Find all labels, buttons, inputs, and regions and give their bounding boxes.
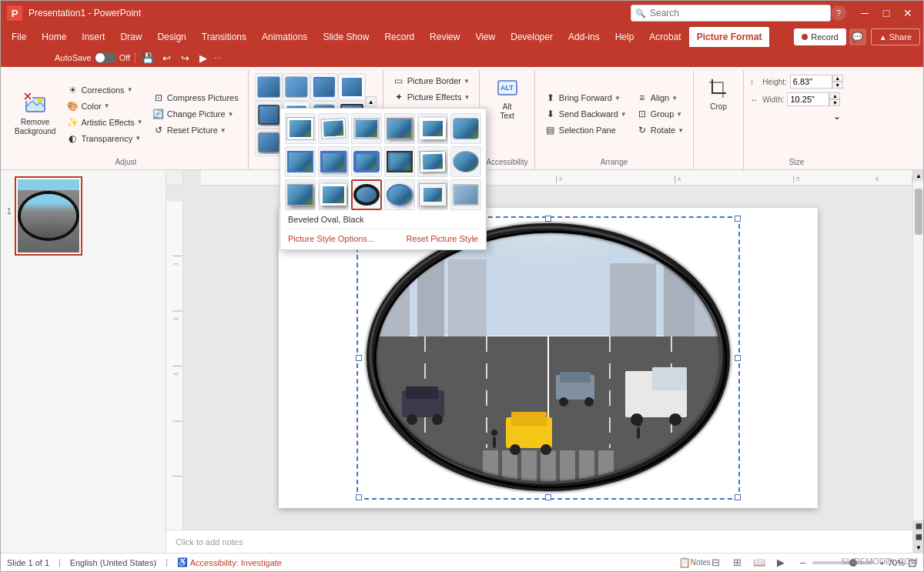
compress-pictures-button[interactable]: ⊡ Compress Pictures [149, 90, 242, 105]
color-button[interactable]: 🎨 Color ▼ [63, 99, 146, 114]
picture-style-options[interactable]: Picture Style Options... [285, 232, 377, 245]
scroll-expand-btn[interactable]: ⬛ [913, 520, 923, 531]
styles-scroll-up[interactable]: ▲ [366, 96, 377, 107]
alt-text-button[interactable]: ALT AltText [489, 73, 526, 124]
style-drop-3[interactable] [351, 113, 382, 144]
style-item-3[interactable] [310, 73, 338, 101]
maximize-button[interactable]: □ [877, 4, 896, 22]
send-backward-button[interactable]: ⬇ Send Backward ▼ [541, 106, 630, 122]
notes-area[interactable]: Click to add notes [166, 530, 912, 553]
style-drop-12[interactable] [450, 146, 481, 177]
slideshow-btn[interactable]: ▶ [772, 555, 789, 570]
width-input[interactable] [787, 92, 829, 106]
menu-help[interactable]: Help [608, 27, 642, 47]
picture-border-button[interactable]: ▭ Picture Border ▼ [390, 73, 474, 89]
style-drop-11[interactable] [417, 146, 448, 177]
handle-s[interactable] [545, 494, 551, 500]
height-down-btn[interactable]: ▼ [832, 82, 843, 89]
save-button[interactable]: 💾 [140, 50, 156, 65]
scroll-thumb[interactable] [915, 189, 922, 235]
scroll-up-btn[interactable]: ▲ [913, 170, 923, 181]
minimize-button[interactable]: ─ [855, 4, 874, 22]
redo-button[interactable]: ↪ [177, 50, 192, 65]
group-button[interactable]: ⊡ Group ▼ [633, 106, 687, 122]
style-drop-16[interactable] [384, 179, 415, 210]
menu-record[interactable]: Record [377, 27, 422, 47]
menu-animations[interactable]: Animations [254, 27, 315, 47]
undo-button[interactable]: ↩ [159, 50, 174, 65]
handle-ne[interactable] [735, 216, 741, 222]
style-item-5[interactable] [255, 101, 283, 129]
slide-thumbnail[interactable] [15, 176, 82, 256]
style-drop-1[interactable] [285, 113, 316, 144]
menu-file[interactable]: File [4, 27, 34, 47]
menu-view[interactable]: View [467, 27, 503, 47]
reset-picture-style[interactable]: Reset Picture Style [403, 232, 481, 245]
rotate-button[interactable]: ↻ Rotate ▼ [633, 122, 687, 138]
reading-view-btn[interactable]: 📖 [751, 555, 768, 570]
width-up-btn[interactable]: ▲ [829, 92, 840, 99]
scroll-down-btn[interactable]: ▼ [913, 542, 923, 553]
style-item-2[interactable] [283, 73, 310, 101]
handle-e[interactable] [735, 355, 741, 361]
menu-transitions[interactable]: Transitions [194, 27, 254, 47]
style-drop-14[interactable] [318, 179, 349, 210]
style-drop-9[interactable] [351, 146, 382, 177]
picture-effects-button[interactable]: ✦ Picture Effects ▼ [390, 89, 474, 105]
zoom-out-btn[interactable]: ─ [800, 558, 806, 567]
record-button[interactable]: Record [794, 28, 845, 45]
crop-button[interactable]: Crop [700, 73, 737, 115]
height-input[interactable] [790, 75, 832, 89]
scroll-track[interactable] [913, 181, 923, 520]
menu-developer[interactable]: Developer [503, 27, 561, 47]
scroll-contract-btn[interactable]: ⬛ [913, 531, 923, 542]
autosave-toggle[interactable] [95, 52, 116, 63]
align-button[interactable]: ≡ Align ▼ [633, 90, 687, 105]
style-drop-8[interactable] [318, 146, 349, 177]
share-button[interactable]: ▲ Share [871, 28, 920, 45]
handle-se[interactable] [735, 494, 741, 500]
style-item-4[interactable] [338, 73, 366, 101]
menu-review[interactable]: Review [422, 27, 467, 47]
style-drop-10[interactable] [384, 146, 415, 177]
notes-view-btn[interactable]: 📋 Notes [686, 555, 703, 570]
menu-design[interactable]: Design [149, 27, 193, 47]
menu-picture-format[interactable]: Picture Format [689, 27, 770, 47]
handle-sw[interactable] [356, 494, 362, 500]
style-drop-4[interactable] [384, 113, 415, 144]
height-up-btn[interactable]: ▲ [832, 75, 843, 82]
style-item-1[interactable] [255, 73, 283, 101]
corrections-button[interactable]: ☀ Corrections ▼ [63, 82, 146, 98]
normal-view-btn[interactable]: ⊟ [708, 555, 725, 570]
style-drop-2[interactable] [318, 113, 349, 144]
qa-more-icon[interactable]: ⋯ [214, 54, 222, 62]
style-drop-15-beveled-oval[interactable] [351, 179, 382, 210]
close-button[interactable]: ✕ [899, 4, 917, 22]
slide-sorter-btn[interactable]: ⊞ [729, 555, 746, 570]
present-button[interactable]: ▶ [196, 50, 211, 65]
search-input[interactable] [631, 5, 831, 22]
size-expand-icon[interactable]: ⌄ [831, 110, 843, 122]
remove-background-button[interactable]: RemoveBackground [10, 89, 60, 139]
style-drop-6[interactable] [450, 113, 481, 144]
menu-acrobat[interactable]: Acrobat [641, 27, 688, 47]
artistic-effects-button[interactable]: ✨ Artistic Effects ▼ [63, 115, 146, 130]
style-drop-13[interactable] [285, 179, 316, 210]
style-drop-18[interactable] [450, 179, 481, 210]
selection-pane-button[interactable]: ▤ Selection Pane [541, 122, 630, 138]
width-down-btn[interactable]: ▼ [829, 99, 840, 106]
comment-button[interactable]: 💬 [849, 28, 866, 45]
transparency-button[interactable]: ◐ Transparency ▼ [63, 131, 146, 146]
accessibility-badge[interactable]: ♿ Accessibility: Investigate [177, 557, 282, 567]
style-item-9[interactable] [255, 129, 283, 156]
reset-picture-button[interactable]: ↺ Reset Picture ▼ [149, 122, 242, 138]
style-drop-5[interactable] [417, 113, 448, 144]
image-container[interactable] [360, 219, 737, 497]
bring-forward-button[interactable]: ⬆ Bring Forward ▼ [541, 90, 630, 105]
menu-addins[interactable]: Add-ins [561, 27, 608, 47]
change-picture-button[interactable]: 🔄 Change Picture ▼ [149, 106, 242, 122]
menu-draw[interactable]: Draw [112, 27, 149, 47]
help-icon[interactable]: ? [831, 5, 846, 21]
menu-slideshow[interactable]: Slide Show [315, 27, 377, 47]
menu-insert[interactable]: Insert [74, 27, 112, 47]
